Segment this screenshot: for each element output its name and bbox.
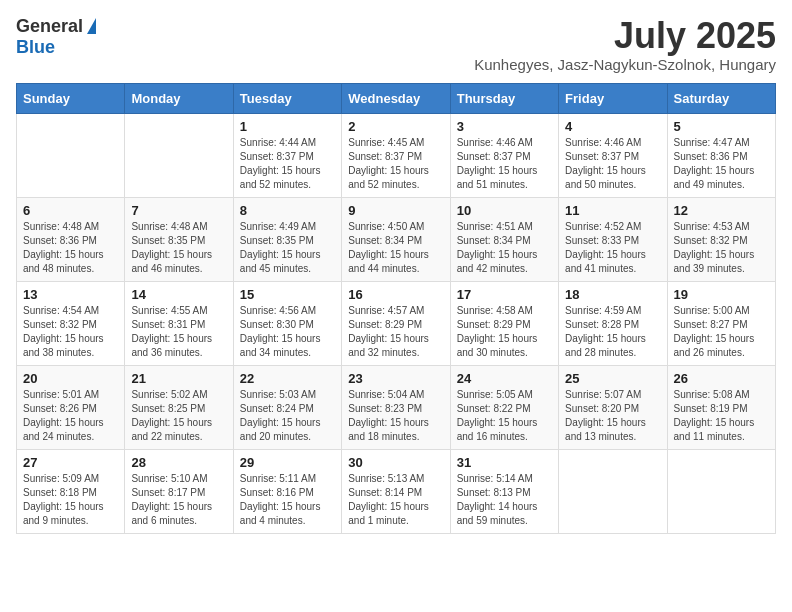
day-info: Sunrise: 4:48 AM Sunset: 8:36 PM Dayligh… bbox=[23, 220, 118, 276]
calendar-cell: 27Sunrise: 5:09 AM Sunset: 8:18 PM Dayli… bbox=[17, 449, 125, 533]
day-info: Sunrise: 5:01 AM Sunset: 8:26 PM Dayligh… bbox=[23, 388, 118, 444]
weekday-header-saturday: Saturday bbox=[667, 83, 775, 113]
calendar-cell: 2Sunrise: 4:45 AM Sunset: 8:37 PM Daylig… bbox=[342, 113, 450, 197]
day-info: Sunrise: 4:52 AM Sunset: 8:33 PM Dayligh… bbox=[565, 220, 660, 276]
day-info: Sunrise: 4:46 AM Sunset: 8:37 PM Dayligh… bbox=[457, 136, 552, 192]
day-number: 25 bbox=[565, 371, 660, 386]
weekday-header-tuesday: Tuesday bbox=[233, 83, 341, 113]
day-number: 20 bbox=[23, 371, 118, 386]
week-row-1: 1Sunrise: 4:44 AM Sunset: 8:37 PM Daylig… bbox=[17, 113, 776, 197]
day-number: 11 bbox=[565, 203, 660, 218]
calendar-cell: 16Sunrise: 4:57 AM Sunset: 8:29 PM Dayli… bbox=[342, 281, 450, 365]
day-number: 18 bbox=[565, 287, 660, 302]
calendar-cell: 14Sunrise: 4:55 AM Sunset: 8:31 PM Dayli… bbox=[125, 281, 233, 365]
weekday-header-thursday: Thursday bbox=[450, 83, 558, 113]
logo: General Blue bbox=[16, 16, 96, 58]
calendar-table: SundayMondayTuesdayWednesdayThursdayFrid… bbox=[16, 83, 776, 534]
day-number: 1 bbox=[240, 119, 335, 134]
calendar-cell: 24Sunrise: 5:05 AM Sunset: 8:22 PM Dayli… bbox=[450, 365, 558, 449]
calendar-cell: 19Sunrise: 5:00 AM Sunset: 8:27 PM Dayli… bbox=[667, 281, 775, 365]
calendar-cell: 26Sunrise: 5:08 AM Sunset: 8:19 PM Dayli… bbox=[667, 365, 775, 449]
week-row-4: 20Sunrise: 5:01 AM Sunset: 8:26 PM Dayli… bbox=[17, 365, 776, 449]
calendar-cell: 30Sunrise: 5:13 AM Sunset: 8:14 PM Dayli… bbox=[342, 449, 450, 533]
day-info: Sunrise: 5:07 AM Sunset: 8:20 PM Dayligh… bbox=[565, 388, 660, 444]
calendar-cell: 13Sunrise: 4:54 AM Sunset: 8:32 PM Dayli… bbox=[17, 281, 125, 365]
day-number: 13 bbox=[23, 287, 118, 302]
day-number: 6 bbox=[23, 203, 118, 218]
day-number: 5 bbox=[674, 119, 769, 134]
day-info: Sunrise: 5:05 AM Sunset: 8:22 PM Dayligh… bbox=[457, 388, 552, 444]
day-number: 31 bbox=[457, 455, 552, 470]
day-info: Sunrise: 4:45 AM Sunset: 8:37 PM Dayligh… bbox=[348, 136, 443, 192]
day-number: 16 bbox=[348, 287, 443, 302]
day-info: Sunrise: 5:00 AM Sunset: 8:27 PM Dayligh… bbox=[674, 304, 769, 360]
day-number: 22 bbox=[240, 371, 335, 386]
day-info: Sunrise: 4:50 AM Sunset: 8:34 PM Dayligh… bbox=[348, 220, 443, 276]
weekday-header-sunday: Sunday bbox=[17, 83, 125, 113]
week-row-3: 13Sunrise: 4:54 AM Sunset: 8:32 PM Dayli… bbox=[17, 281, 776, 365]
page-header: General Blue July 2025 Kunhegyes, Jasz-N… bbox=[16, 16, 776, 73]
calendar-cell: 5Sunrise: 4:47 AM Sunset: 8:36 PM Daylig… bbox=[667, 113, 775, 197]
weekday-header-row: SundayMondayTuesdayWednesdayThursdayFrid… bbox=[17, 83, 776, 113]
day-info: Sunrise: 5:09 AM Sunset: 8:18 PM Dayligh… bbox=[23, 472, 118, 528]
logo-blue: Blue bbox=[16, 37, 55, 57]
day-number: 3 bbox=[457, 119, 552, 134]
weekday-header-wednesday: Wednesday bbox=[342, 83, 450, 113]
day-info: Sunrise: 5:10 AM Sunset: 8:17 PM Dayligh… bbox=[131, 472, 226, 528]
day-info: Sunrise: 4:58 AM Sunset: 8:29 PM Dayligh… bbox=[457, 304, 552, 360]
day-info: Sunrise: 5:08 AM Sunset: 8:19 PM Dayligh… bbox=[674, 388, 769, 444]
day-info: Sunrise: 4:46 AM Sunset: 8:37 PM Dayligh… bbox=[565, 136, 660, 192]
day-info: Sunrise: 5:11 AM Sunset: 8:16 PM Dayligh… bbox=[240, 472, 335, 528]
day-number: 24 bbox=[457, 371, 552, 386]
calendar-cell: 4Sunrise: 4:46 AM Sunset: 8:37 PM Daylig… bbox=[559, 113, 667, 197]
calendar-cell bbox=[125, 113, 233, 197]
day-info: Sunrise: 5:04 AM Sunset: 8:23 PM Dayligh… bbox=[348, 388, 443, 444]
day-number: 28 bbox=[131, 455, 226, 470]
day-number: 19 bbox=[674, 287, 769, 302]
day-info: Sunrise: 4:44 AM Sunset: 8:37 PM Dayligh… bbox=[240, 136, 335, 192]
calendar-cell: 18Sunrise: 4:59 AM Sunset: 8:28 PM Dayli… bbox=[559, 281, 667, 365]
day-info: Sunrise: 4:59 AM Sunset: 8:28 PM Dayligh… bbox=[565, 304, 660, 360]
month-title: July 2025 bbox=[474, 16, 776, 56]
day-info: Sunrise: 5:03 AM Sunset: 8:24 PM Dayligh… bbox=[240, 388, 335, 444]
day-number: 29 bbox=[240, 455, 335, 470]
location: Kunhegyes, Jasz-Nagykun-Szolnok, Hungary bbox=[474, 56, 776, 73]
calendar-cell bbox=[667, 449, 775, 533]
day-number: 27 bbox=[23, 455, 118, 470]
calendar-cell: 12Sunrise: 4:53 AM Sunset: 8:32 PM Dayli… bbox=[667, 197, 775, 281]
day-info: Sunrise: 5:13 AM Sunset: 8:14 PM Dayligh… bbox=[348, 472, 443, 528]
calendar-cell: 29Sunrise: 5:11 AM Sunset: 8:16 PM Dayli… bbox=[233, 449, 341, 533]
weekday-header-monday: Monday bbox=[125, 83, 233, 113]
calendar-cell: 10Sunrise: 4:51 AM Sunset: 8:34 PM Dayli… bbox=[450, 197, 558, 281]
day-number: 23 bbox=[348, 371, 443, 386]
day-info: Sunrise: 4:54 AM Sunset: 8:32 PM Dayligh… bbox=[23, 304, 118, 360]
day-number: 26 bbox=[674, 371, 769, 386]
day-info: Sunrise: 5:02 AM Sunset: 8:25 PM Dayligh… bbox=[131, 388, 226, 444]
day-number: 2 bbox=[348, 119, 443, 134]
calendar-cell: 28Sunrise: 5:10 AM Sunset: 8:17 PM Dayli… bbox=[125, 449, 233, 533]
day-info: Sunrise: 4:53 AM Sunset: 8:32 PM Dayligh… bbox=[674, 220, 769, 276]
day-number: 21 bbox=[131, 371, 226, 386]
calendar-cell: 15Sunrise: 4:56 AM Sunset: 8:30 PM Dayli… bbox=[233, 281, 341, 365]
weekday-header-friday: Friday bbox=[559, 83, 667, 113]
day-number: 12 bbox=[674, 203, 769, 218]
calendar-cell: 11Sunrise: 4:52 AM Sunset: 8:33 PM Dayli… bbox=[559, 197, 667, 281]
calendar-cell: 22Sunrise: 5:03 AM Sunset: 8:24 PM Dayli… bbox=[233, 365, 341, 449]
calendar-cell: 9Sunrise: 4:50 AM Sunset: 8:34 PM Daylig… bbox=[342, 197, 450, 281]
calendar-cell: 20Sunrise: 5:01 AM Sunset: 8:26 PM Dayli… bbox=[17, 365, 125, 449]
calendar-cell: 6Sunrise: 4:48 AM Sunset: 8:36 PM Daylig… bbox=[17, 197, 125, 281]
calendar-cell: 8Sunrise: 4:49 AM Sunset: 8:35 PM Daylig… bbox=[233, 197, 341, 281]
day-info: Sunrise: 4:56 AM Sunset: 8:30 PM Dayligh… bbox=[240, 304, 335, 360]
day-number: 9 bbox=[348, 203, 443, 218]
day-number: 4 bbox=[565, 119, 660, 134]
day-number: 14 bbox=[131, 287, 226, 302]
calendar-cell bbox=[17, 113, 125, 197]
calendar-cell: 25Sunrise: 5:07 AM Sunset: 8:20 PM Dayli… bbox=[559, 365, 667, 449]
calendar-cell: 7Sunrise: 4:48 AM Sunset: 8:35 PM Daylig… bbox=[125, 197, 233, 281]
day-number: 10 bbox=[457, 203, 552, 218]
title-block: July 2025 Kunhegyes, Jasz-Nagykun-Szolno… bbox=[474, 16, 776, 73]
calendar-cell bbox=[559, 449, 667, 533]
calendar-cell: 21Sunrise: 5:02 AM Sunset: 8:25 PM Dayli… bbox=[125, 365, 233, 449]
day-info: Sunrise: 4:49 AM Sunset: 8:35 PM Dayligh… bbox=[240, 220, 335, 276]
day-info: Sunrise: 4:51 AM Sunset: 8:34 PM Dayligh… bbox=[457, 220, 552, 276]
